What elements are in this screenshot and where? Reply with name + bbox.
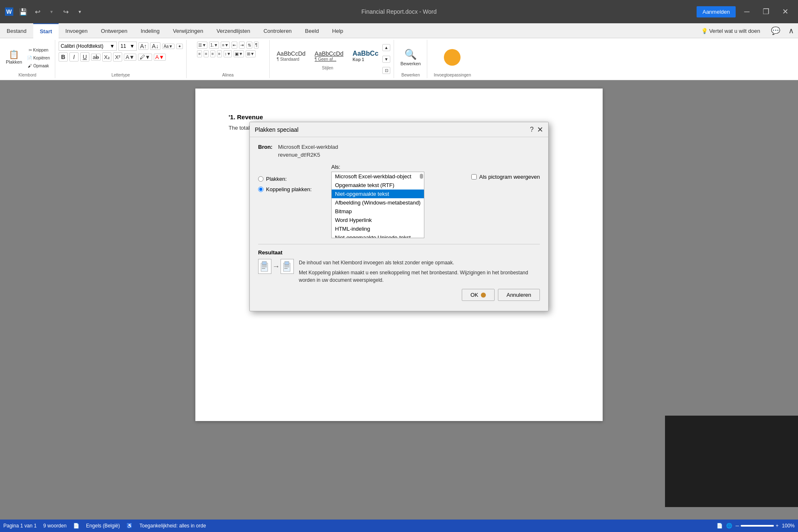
subscript-button[interactable]: X₂ [102, 52, 111, 62]
style-scroll-up[interactable]: ▲ [382, 44, 391, 51]
tab-controleren[interactable]: Controleren [257, 23, 298, 38]
save-icon[interactable]: 💾 [17, 6, 29, 17]
accessibility-icon: ♿ [126, 523, 133, 529]
tab-indeling[interactable]: Indeling [134, 23, 166, 38]
ribbon-content: 📋 Plakken ✂ Knippen 📄 Kopiëren 🖌 Opmaak … [0, 38, 798, 80]
line-spacing-button[interactable]: ↕▼ [224, 50, 232, 57]
customize-icon[interactable]: ▼ [74, 6, 86, 17]
font-color-button[interactable]: A▼ [124, 54, 136, 61]
font-size-selector[interactable]: 11 ▼ [118, 42, 137, 51]
highlight-button[interactable]: 🖊▼ [138, 54, 152, 61]
annuleren-button[interactable]: Annuleren [498, 289, 540, 301]
list-item-bitmap[interactable]: Bitmap [332, 207, 424, 216]
bewerken-button[interactable]: 🔍 Bewerken [398, 47, 423, 68]
kopieren-button[interactable]: 📄 Kopiëren [25, 55, 52, 61]
borders-button[interactable]: ⊞▼ [246, 50, 256, 57]
show-formatting-button[interactable]: ¶ [254, 42, 259, 49]
increase-indent-button[interactable]: ⇥ [239, 42, 245, 49]
undo-arrow-icon[interactable]: ▼ [46, 6, 57, 17]
aanmelden-button[interactable]: Aanmelden [697, 6, 736, 17]
bullets-button[interactable]: ☰▼ [197, 42, 207, 49]
superscript-button[interactable]: X² [113, 52, 122, 62]
tab-help[interactable]: Help [325, 23, 350, 38]
font-case-button[interactable]: Aa▼ [162, 44, 175, 49]
style-kop1[interactable]: AaBbCc Kop 1 [349, 48, 382, 64]
list-item-unicode[interactable]: Niet-opgemaakte Unicode-tekst [332, 233, 424, 238]
als-pictogram-label[interactable]: Als pictogram weergeven [479, 174, 540, 180]
decrease-indent-button[interactable]: ⇤ [232, 42, 237, 49]
list-item-excel[interactable]: Microsoft Excel-werkblad-object [332, 172, 424, 181]
tab-invoegen[interactable]: Invoegen [59, 23, 94, 38]
style-standaard[interactable]: AaBbCcDd ¶ Standaard [273, 48, 309, 64]
als-pictogram-checkbox[interactable] [471, 174, 477, 180]
italic-button[interactable]: I [69, 52, 79, 62]
dialog-help-button[interactable]: ? [530, 126, 534, 133]
align-right-button[interactable]: ≡ [210, 50, 215, 57]
view-normal-icon[interactable]: 📄 [717, 523, 723, 529]
font-family-selector[interactable]: Calibri (Hoofdtekst) ▼ [59, 42, 117, 51]
list-item-image[interactable]: Afbeelding (Windows-metabestand) [332, 198, 424, 207]
minimize-button[interactable]: ─ [737, 5, 756, 18]
koppeling-radio-label[interactable]: Koppeling plakken: [266, 186, 312, 192]
plakken-radio-row[interactable]: Plakken: [258, 176, 325, 182]
tab-ontwerpen[interactable]: Ontwerpen [94, 23, 134, 38]
list-item-hyperlink[interactable]: Word Hyperlink [332, 216, 424, 224]
zoom-slider-track[interactable] [741, 525, 774, 527]
numbering-button[interactable]: 1.▼ [209, 42, 219, 49]
status-bar-left: Pagina 1 van 1 9 woorden 📄 Engels (Belgi… [3, 523, 206, 529]
plakken-speciaal-dialog: Plakken speciaal ? ✕ Bron: Microsoft Exc… [249, 122, 549, 311]
tab-lightbulb[interactable]: 💡 Vertel wat u wilt doen [695, 23, 767, 38]
list-item-rtf[interactable]: Opgemaakte tekst (RTF) [332, 181, 424, 190]
knippen-button[interactable]: ✂ Knippen [25, 47, 52, 53]
sort-button[interactable]: ⇅ [246, 42, 252, 49]
koppeling-radio-row[interactable]: Koppeling plakken: [258, 186, 325, 192]
tab-verzendlijsten[interactable]: Verzendlijsten [210, 23, 257, 38]
tab-bestand[interactable]: Bestand [0, 23, 33, 38]
justify-button[interactable]: ≡ [217, 50, 222, 57]
dialog-close-button[interactable]: ✕ [537, 125, 543, 134]
style-geen[interactable]: AaBbCcDd ¶ Geen af... [311, 48, 347, 64]
text-color-button[interactable]: A▼ [154, 54, 166, 61]
bold-button[interactable]: B [59, 52, 68, 62]
multilevel-button[interactable]: ≡▼ [221, 42, 230, 49]
plakken-radio-label[interactable]: Plakken: [266, 176, 287, 182]
tab-verwijzingen[interactable]: Verwijzingen [166, 23, 210, 38]
source-row-2: revenue_dt!R2K5 [258, 152, 540, 158]
bewerken-icon: 🔍 [404, 49, 417, 60]
zoom-minus[interactable]: ─ [736, 523, 739, 529]
align-center-button[interactable]: ≡ [204, 50, 209, 57]
undo-icon[interactable]: ↩ [32, 6, 43, 17]
style-scroll-down[interactable]: ▼ [382, 56, 391, 63]
align-left-button[interactable]: ≡ [197, 50, 202, 57]
list-item-html[interactable]: HTML-indeling [332, 224, 424, 233]
style-expand[interactable]: ⊡ [382, 67, 391, 74]
ok-button[interactable]: OK [462, 289, 495, 301]
strikethrough-button[interactable]: ab̶ [91, 54, 101, 61]
ribbon-collapse[interactable]: ∧ [784, 23, 798, 38]
koppeling-radio[interactable] [258, 187, 264, 192]
close-button[interactable]: ✕ [776, 5, 795, 18]
als-listbox[interactable]: Microsoft Excel-werkblad-object Opgemaak… [331, 172, 424, 238]
underline-button[interactable]: U [80, 52, 89, 62]
opmaak-button[interactable]: 🖌 Opmaak [25, 63, 52, 69]
zoom-level[interactable]: 100% [782, 523, 795, 529]
listbox-scrollbar[interactable] [420, 174, 423, 179]
als-pictogram-row[interactable]: Als pictogram weergeven [471, 174, 540, 180]
font-shrink-button[interactable]: A↓ [150, 42, 160, 50]
list-item-plain[interactable]: Niet-opgemaakte tekst [332, 190, 424, 198]
zoom-slider[interactable]: ─ + [736, 523, 779, 529]
shading-button[interactable]: ▣▼ [234, 50, 244, 57]
restore-button[interactable]: ❐ [756, 5, 776, 18]
tab-comments[interactable]: 💬 [767, 23, 784, 38]
view-web-icon[interactable]: 🌐 [726, 523, 732, 529]
plakken-button[interactable]: 📋 Plakken [3, 49, 25, 66]
clear-format-button[interactable]: ✦ [176, 44, 183, 49]
zoom-plus[interactable]: + [776, 523, 778, 529]
font-grow-button[interactable]: A↑ [138, 42, 148, 50]
redo-icon[interactable]: ↪ [60, 6, 71, 17]
plakken-radio[interactable] [258, 176, 264, 182]
tab-start[interactable]: Start [33, 23, 59, 38]
svg-rect-10 [284, 266, 289, 267]
tab-beeld[interactable]: Beeld [298, 23, 325, 38]
invoegtoepassingen-dot[interactable] [444, 49, 461, 66]
